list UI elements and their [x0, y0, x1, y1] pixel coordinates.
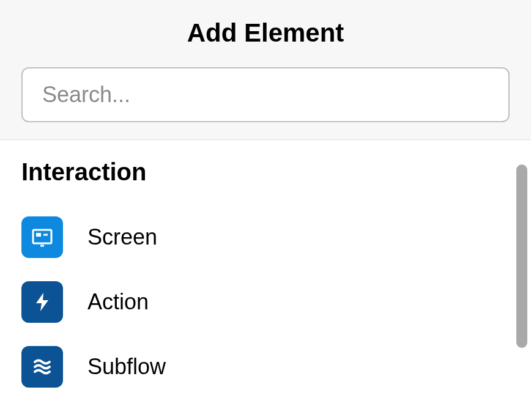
element-item-action[interactable]: Action — [21, 281, 510, 323]
svg-rect-0 — [33, 230, 51, 243]
element-item-screen[interactable]: Screen — [21, 216, 510, 258]
element-label: Action — [87, 289, 149, 315]
element-label: Screen — [87, 224, 157, 250]
element-list-container: Interaction Screen Action — [0, 140, 531, 413]
flow-icon — [21, 346, 63, 388]
dialog-header: Add Element — [0, 0, 531, 140]
lightning-icon — [21, 281, 63, 323]
element-item-subflow[interactable]: Subflow — [21, 346, 510, 388]
screen-icon — [21, 216, 63, 258]
dialog-title: Add Element — [21, 18, 510, 48]
search-input[interactable] — [21, 67, 510, 122]
section-title-interaction: Interaction — [21, 158, 510, 186]
scrollbar[interactable] — [516, 164, 527, 348]
element-label: Subflow — [87, 354, 166, 380]
svg-rect-1 — [36, 233, 41, 237]
